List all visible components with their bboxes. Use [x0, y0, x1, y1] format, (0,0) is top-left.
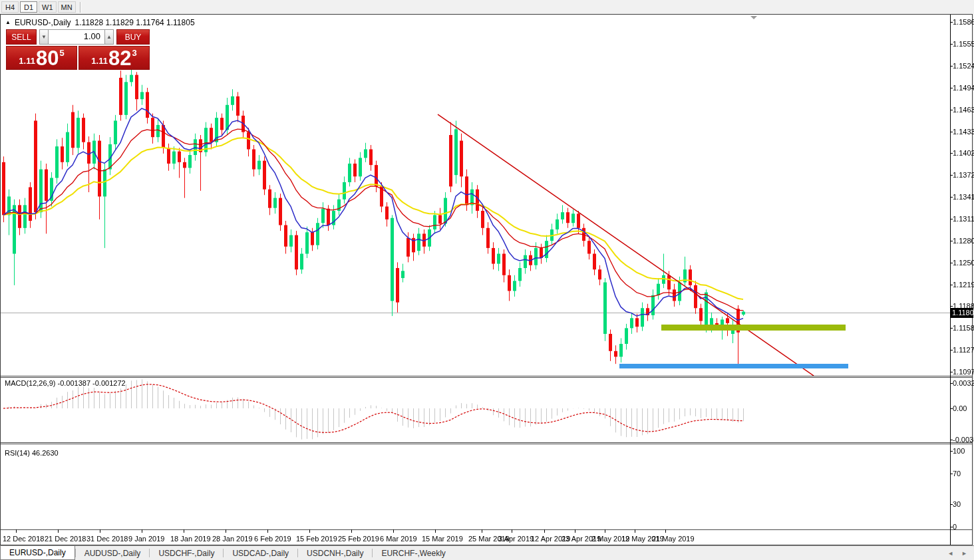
ask-quote-button[interactable]: 1.11 82 3	[79, 46, 150, 70]
price-scale-label: 1.11580	[953, 324, 974, 332]
tab-scroll-arrows: ◄ ►	[947, 546, 974, 560]
price-scale-label: 1.12805	[953, 237, 974, 245]
tab-scroll-right-icon[interactable]: ►	[961, 550, 967, 557]
rsi-scale-label: 70	[953, 470, 961, 478]
chart-tab-usdcnh-daily[interactable]: USDCNH-,Daily	[298, 546, 372, 560]
chart-window: ▲ EURUSD-,Daily 1.11828 1.11829 1.11764 …	[0, 14, 973, 545]
price-scale-label: 1.15550	[953, 40, 974, 48]
timeframe-button-h4[interactable]: H4	[1, 1, 19, 13]
volume-decrease-button[interactable]: ▼	[39, 29, 49, 45]
macd-scale-label: 0.00	[953, 404, 967, 412]
price-scale-label: 1.12500	[953, 259, 974, 267]
macd-scale-label: 0.003287	[953, 379, 974, 387]
current-price-box: 1.11805	[950, 308, 973, 318]
symbol-period-label: EURUSD-,Daily	[15, 18, 71, 27]
tab-scroll-left-icon[interactable]: ◄	[947, 550, 953, 557]
date-axis-label: 15 Feb 2019	[296, 535, 337, 543]
price-scale-label: 1.12195	[953, 281, 974, 289]
chart-tab-usdchf-daily[interactable]: USDCHF-,Daily	[150, 546, 223, 560]
ohlc-values: 1.11828 1.11829 1.11764 1.11805	[75, 18, 195, 27]
chart-shift-marker-icon[interactable]	[750, 16, 757, 19]
volume-input[interactable]: 1.00	[49, 29, 104, 45]
date-axis-label: 25 Feb 2019	[338, 535, 379, 543]
chart-tab-eurchf-weekly[interactable]: EURCHF-,Weekly	[373, 546, 454, 560]
chart-title: ▲ EURUSD-,Daily 1.11828 1.11829 1.11764 …	[5, 18, 195, 27]
ask-pip-digit: 3	[132, 48, 136, 58]
price-scale-label: 1.11275	[953, 346, 974, 354]
date-axis-label: 9 Jan 2019	[128, 535, 164, 543]
timeframe-button-w1[interactable]: W1	[39, 1, 57, 13]
macd-scale-label: -0.003659	[953, 436, 974, 444]
date-axis-label: 18 Jan 2019	[170, 535, 211, 543]
timeframe-button-mn[interactable]: MN	[58, 1, 76, 13]
chart-tab-usdcad-daily[interactable]: USDCAD-,Daily	[224, 546, 297, 560]
ask-big-digits: 82	[108, 49, 131, 68]
price-scale-label: 1.14635	[953, 106, 974, 114]
price-scale-label: 1.14330	[953, 128, 974, 136]
timeframe-button-d1[interactable]: D1	[20, 1, 37, 13]
timeframe-toolbar: H4D1W1MN	[0, 0, 974, 14]
volume-increase-button[interactable]: ▲	[104, 29, 114, 45]
bid-quote-button[interactable]: 1.11 80 5	[6, 46, 77, 70]
price-scale-label: 1.13110	[953, 215, 974, 223]
rsi-scale-label: 100	[953, 447, 965, 455]
chart-tab-eurusd-daily[interactable]: EURUSD-,Daily	[0, 546, 75, 560]
toolbar-separator	[80, 2, 81, 13]
date-axis-label: 21 May 2019	[652, 535, 695, 543]
rsi-indicator-label: RSI(14) 46.2630	[5, 449, 59, 457]
price-scale-label: 1.15860	[953, 18, 974, 26]
chart-tab-audusd-daily[interactable]: AUDUSD-,Daily	[76, 546, 150, 560]
one-click-trading-widget: SELL ▼ 1.00 ▲ BUY 1.11 80 5 1.11 82 3	[6, 29, 150, 70]
date-axis-label: 3 Apr 2019	[498, 535, 534, 543]
date-axis-label: 15 Mar 2019	[422, 535, 463, 543]
date-axis-label: 28 Jan 2019	[212, 535, 253, 543]
price-scale-label: 1.14940	[953, 84, 974, 92]
chart-canvas[interactable]	[1, 15, 972, 545]
date-axis-label: 31 Dec 2018	[86, 535, 128, 543]
bid-prefix: 1.11	[19, 56, 35, 66]
rsi-scale-label: 0	[953, 523, 957, 531]
buy-button[interactable]: BUY	[116, 29, 150, 45]
rsi-scale-label: 30	[953, 500, 961, 508]
date-axis-label: 6 Mar 2019	[380, 535, 417, 543]
chart-tabs: EURUSD-,DailyAUDUSD-,DailyUSDCHF-,DailyU…	[0, 546, 454, 560]
price-scale-label: 1.15245	[953, 62, 974, 70]
collapse-triangle-icon[interactable]: ▲	[5, 19, 11, 25]
price-scale-label: 1.14025	[953, 149, 974, 157]
price-scale-label: 1.10970	[953, 368, 974, 376]
macd-indicator-label: MACD(12,26,9) -0.001387 -0.001272	[5, 379, 126, 387]
bid-big-digits: 80	[36, 49, 59, 68]
timeframe-buttons: H4D1W1MN	[0, 1, 76, 13]
sell-button[interactable]: SELL	[6, 29, 37, 45]
price-scale-label: 1.13720	[953, 171, 974, 179]
bid-pip-digit: 5	[59, 48, 64, 58]
date-axis-label: 12 Dec 2018	[3, 535, 44, 543]
ask-prefix: 1.11	[91, 56, 108, 66]
chart-tab-bar: EURUSD-,DailyAUDUSD-,DailyUSDCHF-,DailyU…	[0, 545, 974, 560]
price-scale-label: 1.13415	[953, 193, 974, 201]
date-axis-label: 6 Feb 2019	[254, 535, 291, 543]
date-axis-label: 21 Dec 2018	[45, 535, 86, 543]
